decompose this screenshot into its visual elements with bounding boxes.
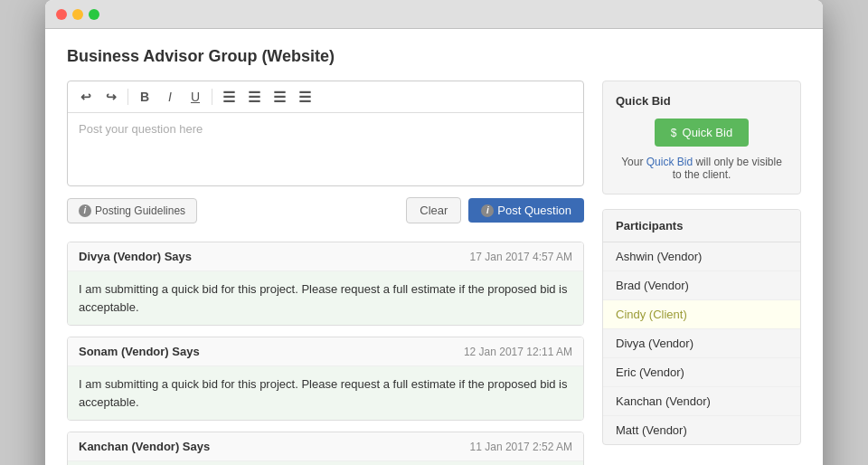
message-card-1: Sonam (Vendor) Says 12 Jan 2017 12:11 AM…	[67, 337, 584, 421]
info-icon: i	[79, 204, 91, 217]
message-body-0: I am submitting a quick bid for this pro…	[68, 271, 583, 325]
participants-section: Participants Ashwin (Vendor) Brad (Vendo…	[602, 209, 801, 445]
undo-button[interactable]: ↩	[75, 87, 97, 107]
message-sender-1: Sonam (Vendor) Says	[79, 345, 200, 358]
bold-button[interactable]: B	[134, 87, 156, 107]
editor-toolbar: ↩ ↪ B I U ☰ ☰ ☰ ☰	[68, 81, 583, 113]
participant-item-0[interactable]: Ashwin (Vendor)	[603, 242, 800, 271]
message-header-1: Sonam (Vendor) Says 12 Jan 2017 12:11 AM	[68, 337, 583, 366]
close-dot[interactable]	[56, 9, 67, 20]
participants-title: Participants	[603, 210, 800, 242]
message-date-0: 17 Jan 2017 4:57 AM	[470, 251, 572, 263]
message-sender-0: Divya (Vendor) Says	[79, 250, 192, 263]
list-button[interactable]: ☰	[294, 87, 316, 107]
browser-titlebar	[45, 0, 823, 29]
align-left-button[interactable]: ☰	[218, 87, 240, 107]
quick-bid-label: Quick Bid	[683, 126, 733, 139]
post-question-button[interactable]: i Post Question	[468, 198, 584, 223]
post-label: Post Question	[497, 204, 571, 217]
browser-content: Business Advisor Group (Website) ↩ ↪ B I…	[45, 29, 823, 465]
participant-item-4[interactable]: Eric (Vendor)	[603, 358, 800, 387]
message-body-2	[68, 461, 583, 465]
underline-button[interactable]: U	[184, 87, 206, 107]
participant-item-6[interactable]: Matt (Vendor)	[603, 416, 800, 444]
participant-item-2[interactable]: Cindy (Client)	[603, 300, 800, 329]
message-date-1: 12 Jan 2017 12:11 AM	[464, 346, 572, 358]
dollar-icon: $	[671, 127, 677, 139]
message-sender-2: Kanchan (Vendor) Says	[79, 440, 210, 453]
quick-bid-title: Quick Bid	[616, 94, 788, 108]
editor-textarea[interactable]: Post your question here	[68, 113, 583, 185]
clear-button[interactable]: Clear	[406, 197, 461, 223]
message-header-2: Kanchan (Vendor) Says 11 Jan 2017 2:52 A…	[68, 432, 583, 461]
redo-button[interactable]: ↪	[100, 87, 122, 107]
minimize-dot[interactable]	[72, 9, 83, 20]
align-center-button[interactable]: ☰	[243, 87, 265, 107]
editor-container: ↩ ↪ B I U ☰ ☰ ☰ ☰ Post your question her…	[67, 81, 584, 186]
message-header-0: Divya (Vendor) Says 17 Jan 2017 4:57 AM	[68, 242, 583, 271]
italic-button[interactable]: I	[159, 87, 181, 107]
align-right-button[interactable]: ☰	[269, 87, 290, 107]
maximize-dot[interactable]	[89, 9, 99, 20]
participant-item-1[interactable]: Brad (Vendor)	[603, 271, 800, 300]
right-panel: Quick Bid $ Quick Bid Your Quick Bid wil…	[602, 81, 801, 465]
participant-item-5[interactable]: Kanchan (Vendor)	[603, 387, 800, 416]
page-title: Business Advisor Group (Website)	[67, 47, 801, 66]
message-card-0: Divya (Vendor) Says 17 Jan 2017 4:57 AM …	[67, 242, 584, 326]
quick-bid-section: Quick Bid $ Quick Bid Your Quick Bid wil…	[602, 81, 801, 195]
quick-bid-button[interactable]: $ Quick Bid	[655, 119, 749, 147]
post-info-icon: i	[481, 204, 494, 217]
editor-actions: i Posting Guidelines Clear i Post Questi…	[67, 197, 584, 223]
guidelines-label: Posting Guidelines	[95, 204, 185, 217]
left-panel: ↩ ↪ B I U ☰ ☰ ☰ ☰ Post your question her…	[67, 81, 584, 465]
participant-item-3[interactable]: Divya (Vendor)	[603, 329, 800, 358]
quick-bid-note: Your Quick Bid will only be visible to t…	[616, 156, 788, 181]
note-before: Your	[621, 156, 646, 168]
browser-window: Business Advisor Group (Website) ↩ ↪ B I…	[45, 0, 823, 465]
toolbar-separator-1	[127, 89, 128, 105]
quick-bid-link[interactable]: Quick Bid	[646, 156, 693, 168]
toolbar-separator-2	[212, 89, 212, 105]
message-date-2: 11 Jan 2017 2:52 AM	[470, 441, 572, 453]
posting-guidelines-button[interactable]: i Posting Guidelines	[67, 198, 197, 223]
message-body-1: I am submitting a quick bid for this pro…	[68, 366, 583, 420]
main-layout: ↩ ↪ B I U ☰ ☰ ☰ ☰ Post your question her…	[67, 81, 801, 465]
message-card-2: Kanchan (Vendor) Says 11 Jan 2017 2:52 A…	[67, 432, 584, 465]
